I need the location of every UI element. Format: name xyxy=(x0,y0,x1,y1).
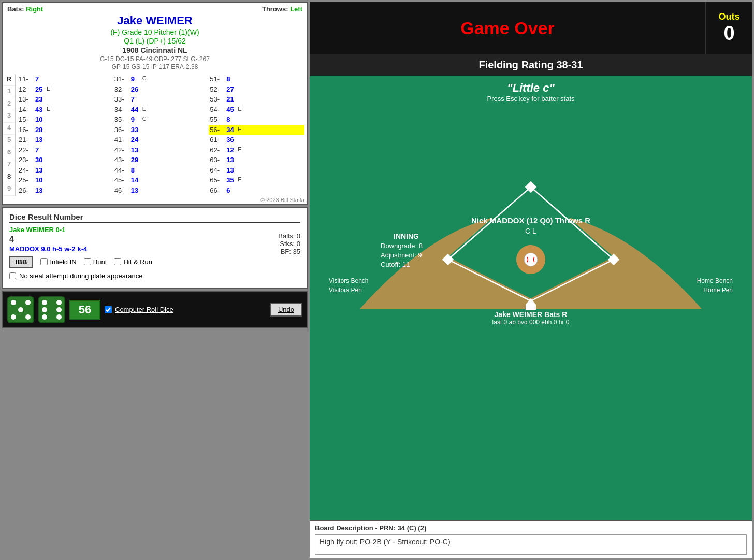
row-7: 7 xyxy=(3,159,15,171)
ibb-button[interactable]: IBB xyxy=(9,256,33,268)
result-66: 66-6 xyxy=(209,185,304,196)
dice-maddox-line: MADDOX 9.0 h-5 w-2 k-4 xyxy=(9,245,300,253)
bunt-option[interactable]: Bunt xyxy=(84,258,107,266)
result-34: 34-44E xyxy=(113,105,209,115)
infield-in-option[interactable]: Infield IN xyxy=(40,258,76,266)
result-22: 22-7 xyxy=(18,145,113,155)
field-subtitle: Press Esc key for batter stats xyxy=(310,95,752,103)
svg-text:Visitors Bench: Visitors Bench xyxy=(329,277,368,284)
result-14: 14-43E xyxy=(18,105,113,115)
no-steal-checkbox[interactable] xyxy=(9,272,16,279)
field-svg: INNING Downgrade: 8 Adjustment: 9 Cutoff… xyxy=(313,107,748,324)
result-11: 11-7 xyxy=(18,74,113,84)
results-col1: 11-7 12-25E 13-23 14-43E 15-10 16-28 21-… xyxy=(18,74,113,196)
row-5: 5 xyxy=(3,135,15,147)
svg-text:Cutoff: 11: Cutoff: 11 xyxy=(381,261,410,268)
fielding-rating: Fielding Rating 38-31 xyxy=(310,54,752,76)
dice-stats-right: Balls: 0 Stks: 0 BF: 35 xyxy=(278,232,300,255)
result-55: 55-8 xyxy=(209,114,304,125)
results-col2: 31-9C 32-26 33-7 34-44E 35-9C 36-33 41-2… xyxy=(113,74,209,196)
svg-text:Downgrade: 8: Downgrade: 8 xyxy=(381,242,423,250)
pitcher-team: 1908 Cincinnati NL xyxy=(7,46,302,54)
result-36: 36-33 xyxy=(113,125,209,135)
result-32: 32-26 xyxy=(113,84,209,95)
result-12: 12-25E xyxy=(18,84,113,95)
svg-text:INNING: INNING xyxy=(394,232,419,240)
throws-label: Throws: xyxy=(262,5,288,13)
svg-text:Adjustment: 9: Adjustment: 9 xyxy=(381,251,422,259)
svg-text:Jake WEIMER Bats R: Jake WEIMER Bats R xyxy=(495,310,568,319)
bf-value: 35 xyxy=(293,248,300,255)
results-section: R 1 2 3 4 5 6 7 8 9 11-7 12-25E xyxy=(3,74,307,196)
dice-pitcher-line: Jake WEIMER 0-1 xyxy=(9,226,300,234)
svg-text:Nick MADDOX (12 Q0) Throws R: Nick MADDOX (12 Q0) Throws R xyxy=(471,216,590,225)
row-6: 6 xyxy=(3,147,15,159)
board-desc-title: Board Description - PRN: 34 (C) (2) xyxy=(315,524,747,532)
undo-button[interactable]: Undo xyxy=(270,303,302,317)
balls-value: 0 xyxy=(297,232,300,240)
result-56-highlight: 56-34E xyxy=(209,125,304,135)
row-3: 3 xyxy=(3,110,15,122)
computer-roll-checkbox[interactable] xyxy=(105,306,112,313)
hit-run-option[interactable]: Hit & Run xyxy=(114,258,152,266)
hit-run-checkbox[interactable] xyxy=(114,258,121,265)
board-description: Board Description - PRN: 34 (C) (2) High… xyxy=(310,520,752,558)
dice-number: 4 xyxy=(9,235,300,244)
copyright: © 2023 Bill Staffa xyxy=(3,196,307,204)
result-25: 25-10 xyxy=(18,175,113,185)
outs-label: Outs xyxy=(718,11,740,22)
hit-run-label: Hit & Run xyxy=(123,258,152,266)
pitcher-card: Bats: Right Throws: Left Jake WEIMER (F)… xyxy=(2,2,308,205)
dice-options: IBB Infield IN Bunt Hit & Run xyxy=(9,256,300,268)
game-over-text: Game Over xyxy=(460,18,554,38)
svg-text:C L: C L xyxy=(525,227,536,235)
result-62: 62-12E xyxy=(209,145,304,155)
row-8: 8 xyxy=(3,171,15,183)
die-2 xyxy=(38,296,65,323)
result-51: 51-8 xyxy=(209,74,304,84)
result-63: 63-13 xyxy=(209,155,304,165)
throws-value: Left xyxy=(290,5,302,13)
result-35: 35-9C xyxy=(113,114,209,125)
result-44: 44-8 xyxy=(113,165,209,176)
outs-section: Outs 0 xyxy=(705,2,752,54)
field-title: "Little c" xyxy=(310,76,752,95)
bunt-label: Bunt xyxy=(93,258,107,266)
result-64: 64-13 xyxy=(209,165,304,176)
pitcher-header: Bats: Right Throws: Left xyxy=(7,5,302,13)
pitcher-q: Q1 (L) (DP+) 15/62 xyxy=(7,37,302,45)
result-43: 43-29 xyxy=(113,155,209,165)
game-header: Game Over Outs 0 xyxy=(310,2,752,54)
result-45: 45-14 xyxy=(113,175,209,185)
outs-value: 0 xyxy=(723,22,734,45)
results-col3: 51-8 52-27 53-21 54-45E 55-8 56-34E 61-3… xyxy=(209,74,304,196)
result-46: 46-13 xyxy=(113,185,209,196)
infield-in-label: Infield IN xyxy=(50,258,76,266)
svg-text:Visitors Pen: Visitors Pen xyxy=(329,286,362,294)
pitcher-stats2: GP-15 GS-15 IP-117 ERA-2.38 xyxy=(7,63,302,70)
result-24: 24-13 xyxy=(18,165,113,176)
balls-label: Balls: xyxy=(278,232,295,240)
svg-text:Home Bench: Home Bench xyxy=(697,277,733,284)
result-15: 15-10 xyxy=(18,114,113,125)
result-41: 41-24 xyxy=(113,135,209,145)
result-23: 23-30 xyxy=(18,155,113,165)
bunt-checkbox[interactable] xyxy=(84,258,91,265)
right-panel: Game Over Outs 0 Fielding Rating 38-31 "… xyxy=(310,2,752,558)
infield-in-checkbox[interactable] xyxy=(40,258,48,265)
die-1 xyxy=(7,296,34,323)
result-21: 21-13 xyxy=(18,135,113,145)
svg-text:Home Pen: Home Pen xyxy=(703,286,733,294)
main-container: Bats: Right Throws: Left Jake WEIMER (F)… xyxy=(0,0,754,560)
no-steal-option[interactable]: No steal attempt during plate appearance xyxy=(9,272,300,280)
computer-roll-label: Computer Roll Dice xyxy=(115,306,173,313)
stks-value: 0 xyxy=(297,240,300,248)
result-52: 52-27 xyxy=(209,84,304,95)
row-sidebar: R 1 2 3 4 5 6 7 8 9 xyxy=(3,74,16,196)
result-33: 33-7 xyxy=(113,94,209,105)
pitcher-stats1: G-15 DG-15 PA-49 OBP-.277 SLG-.267 xyxy=(7,55,302,63)
results-columns: 11-7 12-25E 13-23 14-43E 15-10 16-28 21-… xyxy=(16,74,307,196)
bf-label: BF: xyxy=(281,248,291,255)
throws-info: Throws: Left xyxy=(262,5,302,13)
field-container: "Little c" Press Esc key for batter stat… xyxy=(310,76,752,520)
